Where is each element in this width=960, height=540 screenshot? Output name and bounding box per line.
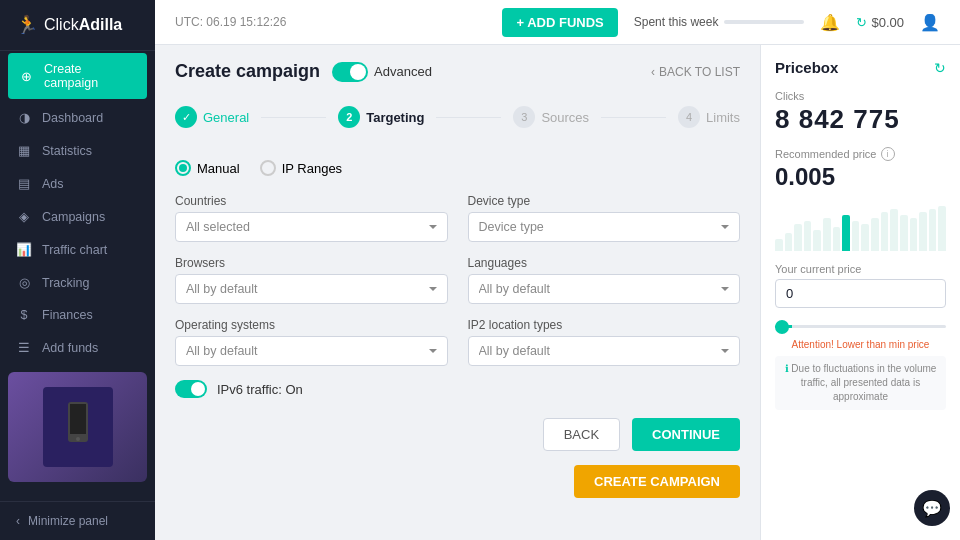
sidebar: 🏃 ClickAdilla ⊕ Create campaign ◑ Dashbo… bbox=[0, 0, 155, 540]
ip2-label: IP2 location types bbox=[468, 318, 741, 332]
step-targeting[interactable]: 2 Targeting bbox=[338, 98, 424, 136]
chat-button[interactable]: 💬 bbox=[914, 490, 950, 526]
content-area: Create campaign Advanced ‹ BACK TO LIST bbox=[155, 45, 760, 540]
chart-bar bbox=[890, 209, 898, 251]
countries-group: Countries All selected bbox=[175, 194, 448, 242]
chart-bar bbox=[833, 227, 841, 251]
ip2-group: IP2 location types All by default bbox=[468, 318, 741, 366]
finances-icon: $ bbox=[16, 308, 32, 322]
page-header: Create campaign Advanced ‹ BACK TO LIST bbox=[175, 61, 740, 82]
main-area: UTC: 06.19 15:12:26 + ADD FUNDS Spent th… bbox=[155, 0, 960, 540]
price-slider[interactable] bbox=[775, 325, 946, 328]
rec-price-info-icon: i bbox=[881, 147, 895, 161]
radio-ip-ranges[interactable]: IP Ranges bbox=[260, 160, 342, 176]
toggle-label: Advanced bbox=[374, 64, 432, 79]
price-warning: Attention! Lower than min price bbox=[775, 339, 946, 350]
spent-this-week: Spent this week bbox=[634, 15, 805, 29]
os-group: Operating systems All by default bbox=[175, 318, 448, 366]
back-button[interactable]: BACK bbox=[543, 418, 620, 451]
add-funds-icon: ☰ bbox=[16, 340, 32, 355]
chart-bar bbox=[871, 218, 879, 251]
step-general[interactable]: ✓ General bbox=[175, 98, 249, 136]
chart-bar bbox=[852, 221, 860, 251]
tracking-icon: ◎ bbox=[16, 275, 32, 290]
user-avatar-icon[interactable]: 👤 bbox=[920, 13, 940, 32]
step-4-num: 4 bbox=[678, 106, 700, 128]
create-campaign-icon: ⊕ bbox=[18, 69, 34, 84]
sidebar-item-statistics[interactable]: ▦ Statistics bbox=[0, 134, 155, 167]
chevron-left-icon: ‹ bbox=[651, 65, 655, 79]
step-3-num: 3 bbox=[513, 106, 535, 128]
chart-bar bbox=[813, 230, 821, 251]
os-select[interactable]: All by default bbox=[175, 336, 448, 366]
sidebar-item-ads[interactable]: ▤ Ads bbox=[0, 167, 155, 200]
logo-icon: 🏃 bbox=[16, 14, 38, 36]
sidebar-item-tracking[interactable]: ◎ Tracking bbox=[0, 266, 155, 299]
chart-bar bbox=[785, 233, 793, 251]
step-limits[interactable]: 4 Limits bbox=[678, 98, 740, 136]
back-to-list-link[interactable]: ‹ BACK TO LIST bbox=[651, 65, 740, 79]
current-price-label: Your current price bbox=[775, 263, 946, 275]
sidebar-logo: 🏃 ClickAdilla bbox=[0, 0, 155, 51]
device-type-select[interactable]: Device type bbox=[468, 212, 741, 242]
refresh-icon[interactable]: ↻ bbox=[856, 15, 867, 30]
sidebar-item-finances[interactable]: $ Finances bbox=[0, 299, 155, 331]
languages-select[interactable]: All by default bbox=[468, 274, 741, 304]
chevron-left-icon: ‹ bbox=[16, 514, 20, 528]
price-slider-container bbox=[775, 316, 946, 331]
current-price-input[interactable] bbox=[775, 279, 946, 308]
create-campaign-button[interactable]: CREATE CAMPAIGN bbox=[574, 465, 740, 498]
radio-manual[interactable]: Manual bbox=[175, 160, 240, 176]
chart-bar bbox=[900, 215, 908, 251]
bell-icon[interactable]: 🔔 bbox=[820, 13, 840, 32]
sidebar-item-add-funds[interactable]: ☰ Add funds bbox=[0, 331, 155, 364]
browsers-select[interactable]: All by default bbox=[175, 274, 448, 304]
chart-bar bbox=[823, 218, 831, 251]
add-funds-button[interactable]: + ADD FUNDS bbox=[502, 8, 617, 37]
step-sources[interactable]: 3 Sources bbox=[513, 98, 589, 136]
sidebar-item-traffic-chart[interactable]: 📊 Traffic chart bbox=[0, 233, 155, 266]
price-info-box: ℹ Due to fluctuations in the volume traf… bbox=[775, 356, 946, 410]
targeting-form: Countries All selected Device type Devic… bbox=[175, 194, 740, 366]
os-label: Operating systems bbox=[175, 318, 448, 332]
device-type-label: Device type bbox=[468, 194, 741, 208]
sidebar-item-campaigns[interactable]: ◈ Campaigns bbox=[0, 200, 155, 233]
spent-bar bbox=[724, 20, 804, 24]
page-body: Create campaign Advanced ‹ BACK TO LIST bbox=[155, 45, 960, 540]
step-divider-1 bbox=[261, 117, 326, 118]
logo-text: ClickAdilla bbox=[44, 16, 122, 34]
rec-price-value: 0.005 bbox=[775, 163, 946, 191]
traffic-type-radio: Manual IP Ranges bbox=[175, 160, 740, 176]
toggle-thumb bbox=[350, 64, 366, 80]
chart-bar bbox=[929, 209, 937, 251]
sidebar-preview bbox=[8, 372, 147, 482]
balance-display: ↻ $0.00 bbox=[856, 15, 904, 30]
languages-group: Languages All by default bbox=[468, 256, 741, 304]
statistics-icon: ▦ bbox=[16, 143, 32, 158]
ipv6-label: IPv6 traffic: On bbox=[217, 382, 303, 397]
minimize-panel[interactable]: ‹ Minimize panel bbox=[0, 501, 155, 540]
ipv6-row: IPv6 traffic: On bbox=[175, 380, 740, 398]
chart-bar bbox=[861, 224, 869, 251]
clicks-value: 8 842 775 bbox=[775, 104, 946, 135]
ipv6-toggle[interactable] bbox=[175, 380, 207, 398]
toggle-track[interactable] bbox=[332, 62, 368, 82]
advanced-toggle[interactable]: Advanced bbox=[332, 62, 432, 82]
step-3-label: Sources bbox=[541, 110, 589, 125]
sidebar-item-dashboard[interactable]: ◑ Dashboard bbox=[0, 101, 155, 134]
chart-bar bbox=[842, 215, 850, 251]
pricebox-title: Pricebox bbox=[775, 59, 838, 76]
chart-bar bbox=[881, 212, 889, 251]
ads-icon: ▤ bbox=[16, 176, 32, 191]
preview-image bbox=[43, 387, 113, 467]
continue-button[interactable]: CONTINUE bbox=[632, 418, 740, 451]
info-icon: ℹ bbox=[785, 363, 789, 374]
sidebar-item-create-campaign[interactable]: ⊕ Create campaign bbox=[8, 53, 147, 99]
ip2-select[interactable]: All by default bbox=[468, 336, 741, 366]
pricebox-refresh-icon[interactable]: ↻ bbox=[934, 60, 946, 76]
form-actions: BACK CONTINUE bbox=[175, 418, 740, 451]
countries-select[interactable]: All selected bbox=[175, 212, 448, 242]
step-divider-2 bbox=[436, 117, 501, 118]
device-type-group: Device type Device type bbox=[468, 194, 741, 242]
browsers-group: Browsers All by default bbox=[175, 256, 448, 304]
